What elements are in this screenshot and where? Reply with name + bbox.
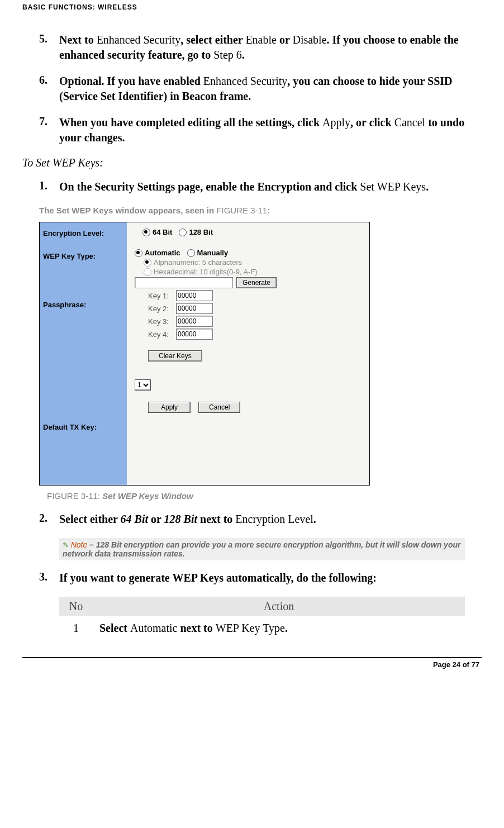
text: Enhanced Security (97, 34, 181, 46)
text: Apply (322, 116, 350, 129)
note-box: ✎ Note – 128 Bit encryption can provide … (59, 538, 465, 560)
list-item-7: 7. When you have completed editing all t… (39, 115, 465, 145)
text: or (148, 513, 164, 525)
text: next to (197, 513, 235, 525)
list-num: 2. (39, 512, 59, 527)
text: 64 Bit (121, 513, 148, 525)
label-passphrase: Passphrase: (43, 299, 127, 309)
list-item-1: 1. On the Security Settings page, enable… (39, 179, 465, 194)
generate-button[interactable]: Generate (236, 277, 277, 288)
list-item-6: 6. Optional. If you have enabled Enhance… (39, 74, 465, 104)
radio-64bit[interactable] (142, 229, 150, 236)
radio-manually[interactable] (187, 249, 195, 257)
key1-label: Key 1: (148, 292, 176, 300)
key3-label: Key 3: (148, 317, 176, 326)
key1-input[interactable] (176, 290, 213, 301)
text: Automatic (130, 622, 177, 634)
passphrase-input[interactable] (135, 277, 233, 288)
radio-automatic[interactable] (135, 249, 142, 257)
list-num: 1. (39, 179, 59, 194)
label-default-tx-key: Default TX Key: (43, 422, 127, 431)
text: If you want to generate WEP Keys automat… (59, 572, 377, 584)
text: Select (99, 622, 130, 634)
figure-title: Set WEP Keys Window (102, 491, 193, 501)
text: On the Security Settings page, enable th… (59, 180, 360, 193)
list-num: 7. (39, 115, 59, 145)
list-num: 3. (39, 570, 59, 586)
label-encryption-level: Encryption Level: (43, 228, 127, 237)
figure-ref: FIGURE 3-11 (216, 206, 267, 215)
window-sidebar: Encryption Level: WEP Key Type: Passphra… (40, 222, 127, 485)
radio-alphanumeric[interactable] (144, 259, 151, 267)
key3-input[interactable] (176, 316, 213, 327)
wep-keys-window: Encryption Level: WEP Key Type: Passphra… (39, 222, 370, 486)
text: , or click (350, 116, 394, 129)
text: Next to (59, 34, 97, 46)
text: 128 Bit (164, 513, 197, 525)
table-header: No Action (59, 597, 465, 616)
text: . (285, 622, 288, 634)
text: . (313, 513, 316, 525)
table-row: 1 Select Automatic next to WEP Key Type. (59, 616, 465, 640)
figure-caption: FIGURE 3-11: Set WEP Keys Window (39, 491, 465, 501)
default-tx-key-select[interactable]: 1 (135, 379, 151, 391)
text: or (277, 34, 293, 46)
text: The Set WEP Keys window appears, seen in (39, 206, 216, 215)
radio-64bit-label: 64 Bit (153, 228, 172, 236)
footer-rule (22, 657, 482, 658)
radio-hexadecimal-label: Hexadecimal: 10 digits(0-9, A-F) (154, 268, 258, 276)
key2-input[interactable] (176, 303, 213, 314)
key4-input[interactable] (176, 329, 213, 340)
figure-intro: The Set WEP Keys window appears, seen in… (39, 206, 465, 215)
pencil-icon: ✎ (63, 541, 71, 549)
text: Set WEP Keys (360, 180, 426, 193)
apply-button[interactable]: Apply (148, 402, 191, 413)
radio-automatic-label: Automatic (145, 249, 180, 257)
radio-manually-label: Manually (197, 249, 229, 257)
figure-ref: FIGURE 3-11: (47, 491, 102, 501)
label-wep-key-type: WEP Key Type: (43, 251, 127, 260)
text: : (267, 206, 270, 215)
cell-action: Select Automatic next to WEP Key Type. (93, 616, 465, 640)
text: next to (177, 622, 215, 634)
list-item-2: 2. Select either 64 Bit or 128 Bit next … (39, 512, 465, 527)
list-num: 5. (39, 32, 59, 63)
col-no: No (59, 597, 93, 616)
text: Select either (59, 513, 121, 525)
list-item-5: 5. Next to Enhanced Security, select eit… (39, 32, 465, 63)
list-num: 6. (39, 74, 59, 104)
window-main: 64 Bit 128 Bit Automatic Manually Alphan… (127, 222, 369, 485)
radio-128bit-label: 128 Bit (189, 228, 213, 236)
text: Encryption Level (235, 513, 313, 525)
clear-keys-button[interactable]: Clear Keys (148, 350, 202, 361)
text: Cancel (394, 116, 426, 129)
text: When you have completed editing all the … (59, 116, 322, 129)
radio-128bit[interactable] (179, 229, 187, 236)
text: Enhanced Security (203, 75, 288, 87)
key4-label: Key 4: (148, 330, 176, 339)
text: . (426, 180, 429, 193)
key2-label: Key 2: (148, 304, 176, 313)
radio-alphanumeric-label: Alphanumeric: 5 characters (154, 258, 242, 267)
text: Step 6 (213, 49, 242, 61)
action-table: No Action 1 Select Automatic next to WEP… (59, 597, 465, 640)
col-action: Action (93, 597, 465, 616)
list-item-3: 3. If you want to generate WEP Keys auto… (39, 570, 465, 586)
cell-no: 1 (59, 616, 93, 640)
text: . (242, 49, 245, 61)
text: Optional. If you have enabled (59, 75, 203, 87)
text: WEP Key Type (216, 622, 285, 634)
page-footer: Page 24 of 77 (22, 660, 482, 669)
text: , select either (180, 34, 245, 46)
note-label: Note (71, 540, 88, 549)
cancel-button[interactable]: Cancel (198, 402, 240, 413)
text: Enable (245, 34, 277, 46)
radio-hexadecimal[interactable] (144, 268, 151, 276)
note-body: – 128 Bit encryption can provide you a m… (63, 540, 460, 558)
page-header: BASIC FUNCTIONS: WIRELESS (22, 0, 482, 16)
section-subhead: To Set WEP Keys: (22, 156, 465, 169)
text: Disable (292, 34, 326, 46)
